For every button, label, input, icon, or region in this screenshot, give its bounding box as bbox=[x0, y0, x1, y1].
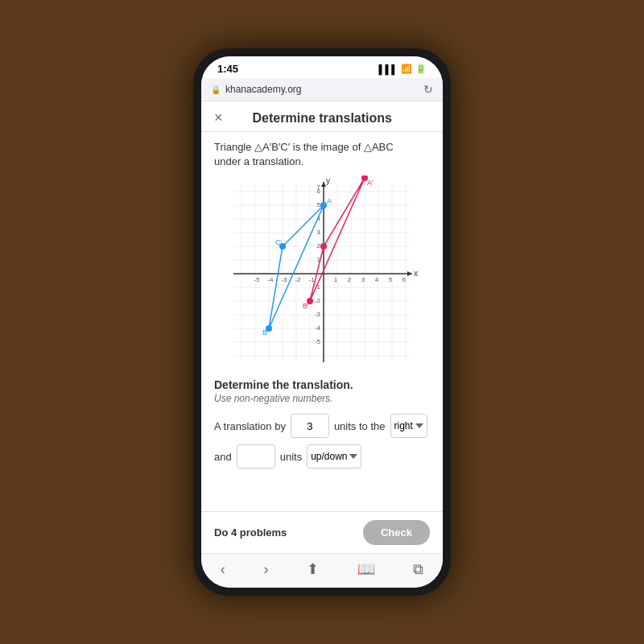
battery-icon: 🔋 bbox=[415, 64, 427, 74]
y-axis-label: y bbox=[326, 176, 330, 185]
browser-bottom-nav: ‹ › ⬆ 📖 ⧉ bbox=[201, 553, 443, 588]
translation-label-1: A translation by bbox=[214, 420, 286, 432]
page-title: Determine translations bbox=[231, 111, 414, 126]
bottom-action-row: Do 4 problems Check bbox=[201, 511, 443, 553]
check-button[interactable]: Check bbox=[363, 520, 430, 545]
x-axis-label: x bbox=[414, 269, 418, 278]
svg-text:2: 2 bbox=[348, 276, 352, 283]
svg-text:3: 3 bbox=[317, 229, 321, 236]
svg-text:7: 7 bbox=[317, 184, 321, 191]
refresh-icon[interactable]: ↻ bbox=[423, 83, 433, 96]
label-b-prime: B′ bbox=[303, 302, 309, 310]
translation-label-3: and bbox=[214, 451, 232, 463]
share-nav-icon[interactable]: ⬆ bbox=[307, 560, 319, 578]
close-button[interactable]: × bbox=[214, 109, 223, 126]
lock-icon: 🔒 bbox=[211, 85, 221, 94]
intro-text: Triangle △A′B′C′ is the image of △ABC un… bbox=[214, 140, 430, 169]
label-a-prime: A′ bbox=[367, 179, 374, 187]
direction-select-2[interactable]: up/down up down bbox=[307, 444, 361, 469]
back-nav-icon[interactable]: ‹ bbox=[221, 561, 225, 578]
tabs-nav-icon[interactable]: ⧉ bbox=[413, 561, 423, 578]
svg-marker-27 bbox=[407, 271, 412, 276]
svg-text:-2: -2 bbox=[295, 276, 301, 283]
label-b: B bbox=[262, 328, 267, 336]
svg-text:-3: -3 bbox=[315, 311, 321, 318]
label-a: A bbox=[327, 197, 332, 205]
svg-text:-4: -4 bbox=[315, 324, 321, 332]
svg-text:2: 2 bbox=[317, 242, 321, 250]
svg-text:1: 1 bbox=[334, 276, 338, 283]
problems-label: Do 4 problems bbox=[214, 526, 287, 539]
forward-nav-icon[interactable]: › bbox=[263, 561, 268, 578]
browser-url: khanacademy.org bbox=[225, 84, 302, 95]
svg-text:-5: -5 bbox=[315, 338, 321, 345]
wifi-icon: 📶 bbox=[401, 64, 412, 74]
svg-text:5: 5 bbox=[389, 276, 393, 283]
point-a bbox=[320, 202, 327, 208]
status-time: 1:45 bbox=[217, 63, 238, 75]
browser-bar: 🔒 khanacademy.org ↻ bbox=[201, 78, 443, 101]
point-c-prime bbox=[320, 243, 327, 250]
translation-value-2[interactable] bbox=[237, 444, 275, 469]
svg-text:-3: -3 bbox=[281, 276, 287, 283]
translation-row-1: A translation by units to the right left bbox=[214, 414, 430, 438]
translation-label-2: units to the bbox=[334, 420, 386, 432]
graph-container: x y 1 2 3 4 5 6 -1 -2 -3 -4 -5 bbox=[214, 175, 430, 369]
coordinate-graph: x y 1 2 3 4 5 6 -1 -2 -3 -4 -5 bbox=[225, 175, 419, 369]
svg-text:5: 5 bbox=[317, 201, 321, 208]
svg-text:-4: -4 bbox=[267, 276, 274, 283]
direction-select-1[interactable]: right left bbox=[390, 414, 427, 438]
translation-label-4: units bbox=[280, 451, 302, 463]
svg-text:3: 3 bbox=[361, 276, 365, 283]
determine-subtitle: Use non-negative numbers. bbox=[214, 393, 430, 404]
svg-text:-2: -2 bbox=[315, 297, 321, 304]
svg-text:6: 6 bbox=[402, 276, 407, 283]
status-bar: 1:45 ▌▌▌ 📶 🔋 bbox=[201, 56, 443, 78]
translation-value-1[interactable] bbox=[291, 414, 329, 438]
svg-text:-5: -5 bbox=[254, 276, 260, 283]
translation-row-2: and units up/down up down bbox=[214, 444, 430, 469]
determine-title: Determine the translation. bbox=[214, 378, 430, 391]
status-icons: ▌▌▌ 📶 🔋 bbox=[379, 64, 427, 74]
content-area: Triangle △A′B′C′ is the image of △ABC un… bbox=[201, 132, 443, 511]
svg-text:-1: -1 bbox=[308, 276, 315, 283]
page-header: × Determine translations bbox=[201, 101, 443, 132]
svg-text:4: 4 bbox=[375, 276, 379, 283]
label-c: C′ bbox=[275, 238, 282, 246]
book-nav-icon[interactable]: 📖 bbox=[357, 560, 375, 578]
signal-icon: ▌▌▌ bbox=[379, 64, 398, 74]
